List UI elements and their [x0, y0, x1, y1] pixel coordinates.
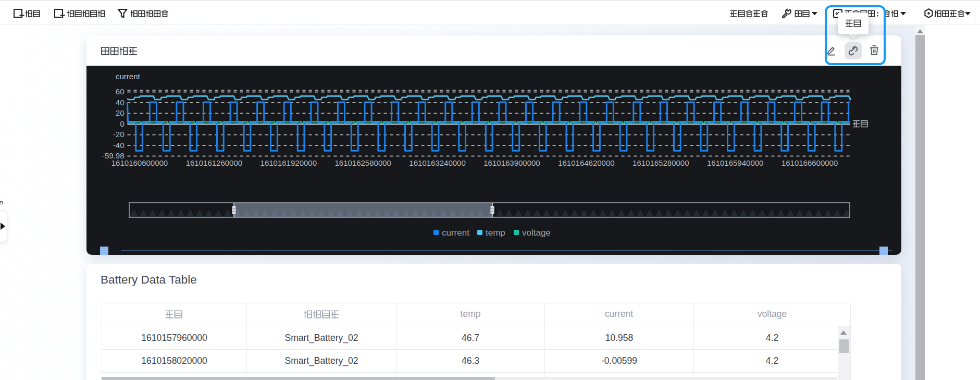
svg-text:0: 0: [120, 119, 124, 128]
svg-text:1610162580000: 1610162580000: [334, 158, 391, 167]
svg-text:voltage: voltage: [758, 309, 787, 319]
svg-text:-40: -40: [113, 141, 125, 150]
svg-text:1610165940000: 1610165940000: [707, 158, 763, 167]
svg-text:60: 60: [116, 87, 125, 96]
svg-text:1610160600000: 1610160600000: [111, 158, 168, 167]
svg-text:1610163900000: 1610163900000: [483, 158, 540, 167]
svg-text:voltage: voltage: [522, 228, 551, 238]
svg-text:current: current: [442, 228, 469, 238]
svg-text:1610165280000: 1610165280000: [632, 158, 689, 167]
svg-text:-20: -20: [113, 130, 125, 139]
svg-text:temp: temp: [486, 228, 505, 238]
svg-text:temp: temp: [461, 309, 481, 319]
svg-text:current: current: [116, 72, 141, 81]
svg-text:1610163240000: 1610163240000: [409, 158, 465, 167]
svg-text:1610161260000: 1610161260000: [186, 158, 242, 167]
svg-text:current: current: [605, 309, 634, 319]
svg-text:Battery Data Table: Battery Data Table: [101, 273, 197, 286]
svg-text:20: 20: [116, 108, 125, 117]
svg-text:1610166600000: 1610166600000: [781, 158, 838, 167]
svg-text:40: 40: [116, 98, 125, 107]
svg-text:1610164620000: 1610164620000: [558, 158, 614, 167]
svg-text:1610161920000: 1610161920000: [260, 158, 317, 167]
